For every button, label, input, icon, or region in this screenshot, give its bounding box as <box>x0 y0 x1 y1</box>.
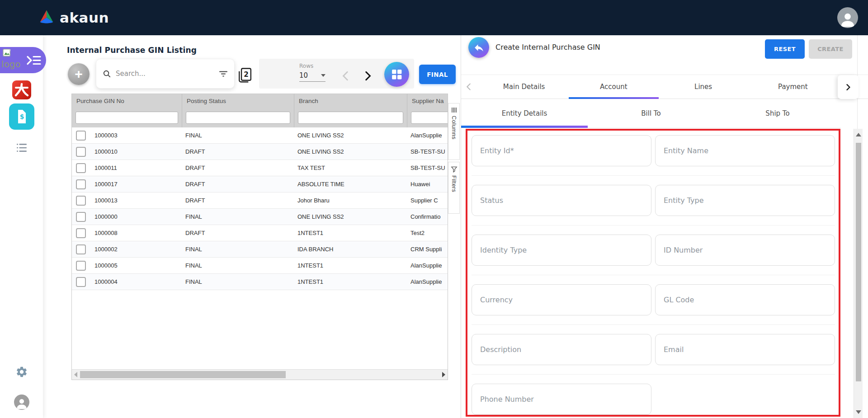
entity-type-input[interactable] <box>656 185 835 216</box>
form-row-divider <box>472 225 835 225</box>
row-checkbox[interactable] <box>76 163 86 173</box>
brand[interactable]: akaun <box>38 0 109 35</box>
table-row[interactable]: 1000004 FINAL 1NTEST1 AlanSupplie <box>72 274 448 290</box>
table-row[interactable]: 1000002 FINAL IDA BRANCH CRM Suppli <box>72 241 448 258</box>
identity-type-input[interactable] <box>472 235 651 265</box>
phone-number-input[interactable] <box>472 384 651 414</box>
currency-field[interactable] <box>472 284 651 315</box>
tabs-scroll-right-button[interactable] <box>838 75 859 99</box>
entity-id-field[interactable] <box>472 135 651 166</box>
app-red-icon <box>13 81 31 99</box>
scroll-left-arrow-icon[interactable] <box>74 372 77 377</box>
email-field[interactable] <box>655 334 835 365</box>
reset-button[interactable]: RESET <box>765 39 805 59</box>
table-row[interactable]: 1000003 FINAL ONE LIVING SS2 AlanSupplie <box>72 127 448 144</box>
row-checkbox[interactable] <box>76 228 86 238</box>
search-input[interactable] <box>115 69 215 78</box>
row-checkbox[interactable] <box>76 244 86 254</box>
create-button[interactable]: CREATE <box>809 39 852 59</box>
cell-branch: Johor Bharu <box>294 197 407 204</box>
entity-type-field[interactable] <box>655 185 835 216</box>
vertical-scrollbar-thumb[interactable] <box>856 143 861 381</box>
column-header-supplier-name[interactable]: Supplier Na <box>407 94 448 108</box>
menu-expand-icon[interactable] <box>26 55 42 68</box>
subtab-entity-details[interactable]: Entity Details <box>461 99 588 127</box>
sidebar-item-red-app[interactable] <box>12 80 31 99</box>
profile-icon <box>15 396 28 410</box>
description-input[interactable] <box>472 334 651 365</box>
row-checkbox[interactable] <box>76 147 86 157</box>
columns-side-tab[interactable]: Columns <box>448 103 460 160</box>
back-icon <box>473 42 485 53</box>
email-input[interactable] <box>656 334 835 365</box>
phone-number-field[interactable] <box>472 384 651 415</box>
gl-code-field[interactable] <box>655 284 835 315</box>
table-row[interactable]: 1000013 DRAFT Johor Bharu Supplier C <box>72 193 448 209</box>
user-avatar[interactable] <box>837 7 858 28</box>
row-checkbox[interactable] <box>76 131 86 141</box>
entity-name-input[interactable] <box>656 136 835 166</box>
entity-id-input[interactable] <box>472 136 651 166</box>
workspace-logo-pill[interactable]: logo <box>0 47 46 73</box>
sidebar-item-settings[interactable] <box>15 365 28 379</box>
tab-account[interactable]: Account <box>569 75 658 99</box>
previous-page-button[interactable] <box>340 70 352 84</box>
filter-input-purchase-gin-no[interactable] <box>75 112 178 124</box>
column-header-branch[interactable]: Branch <box>294 94 407 108</box>
pages-icon[interactable]: 2 <box>236 67 253 85</box>
scroll-right-arrow-icon[interactable] <box>442 372 445 377</box>
cell-gin-no: 1000010 <box>94 148 118 155</box>
vertical-scrollbar[interactable] <box>854 129 863 418</box>
identity-type-field[interactable] <box>472 235 651 266</box>
row-checkbox[interactable] <box>76 212 86 222</box>
horizontal-scrollbar[interactable] <box>72 369 448 380</box>
next-page-button[interactable] <box>362 70 373 84</box>
table-row[interactable]: 1000017 DRAFT ABSOLUTE TIME Huawei <box>72 176 448 193</box>
gl-code-input[interactable] <box>656 285 835 315</box>
filter-lines-icon[interactable] <box>219 70 228 78</box>
entity-name-field[interactable] <box>655 135 835 166</box>
tabs-scroll-left-button[interactable] <box>464 75 474 99</box>
filter-input-posting-status[interactable] <box>186 112 290 124</box>
filter-input-branch[interactable] <box>298 112 403 124</box>
tab-main-details[interactable]: Main Details <box>479 75 569 99</box>
horizontal-scrollbar-thumb[interactable] <box>80 371 286 378</box>
currency-input[interactable] <box>472 285 651 315</box>
subtab-ship-to[interactable]: Ship To <box>714 99 841 127</box>
column-header-purchase-gin-no[interactable]: Purchase GIN No <box>72 94 182 108</box>
rows-per-page-select[interactable]: 10 <box>299 71 326 82</box>
filter-input-supplier-name[interactable] <box>411 112 448 124</box>
final-status-button[interactable]: FINAL <box>419 65 456 84</box>
id-number-field[interactable] <box>655 235 835 266</box>
description-field[interactable] <box>472 334 651 365</box>
logo-alt-text: logo <box>1 59 21 70</box>
row-checkbox[interactable] <box>76 196 86 206</box>
table-row[interactable]: 1000005 FINAL 1NTEST1 AlanSupplie <box>72 258 448 274</box>
status-input[interactable] <box>472 185 651 216</box>
cell-gin-no: 1000013 <box>94 197 118 204</box>
tab-payment[interactable]: Payment <box>748 75 838 99</box>
scroll-up-arrow-icon[interactable] <box>856 133 861 136</box>
cell-posting-status: DRAFT <box>182 148 294 155</box>
apps-button[interactable] <box>384 62 409 87</box>
filters-side-tab[interactable]: Filters <box>448 162 460 214</box>
table-row[interactable]: 1000010 DRAFT ONE LIVING SS2 SB-TEST-SU <box>72 144 448 160</box>
table-row[interactable]: 1000011 DRAFT TAX TEST SB-TEST-SU <box>72 160 448 176</box>
back-button[interactable] <box>468 37 489 58</box>
table-row[interactable]: 1000008 DRAFT 1NTEST1 Test2 <box>72 225 448 241</box>
chevron-down-icon <box>321 74 326 77</box>
id-number-input[interactable] <box>656 235 835 265</box>
row-checkbox[interactable] <box>76 179 86 189</box>
sidebar-item-billing-app[interactable]: $ <box>9 103 34 130</box>
subtab-bill-to[interactable]: Bill To <box>588 99 714 127</box>
column-header-posting-status[interactable]: Posting Status <box>182 94 294 108</box>
scroll-down-arrow-icon[interactable] <box>856 410 861 414</box>
sidebar-item-list[interactable] <box>15 142 28 153</box>
row-checkbox[interactable] <box>76 277 86 287</box>
sidebar-item-profile[interactable] <box>14 395 29 410</box>
table-row[interactable]: 1000000 FINAL ONE LIVING SS2 Confirmatio <box>72 209 448 225</box>
status-field[interactable] <box>472 185 651 216</box>
tab-lines[interactable]: Lines <box>659 75 748 99</box>
add-button[interactable]: + <box>68 63 90 85</box>
row-checkbox[interactable] <box>76 261 86 271</box>
